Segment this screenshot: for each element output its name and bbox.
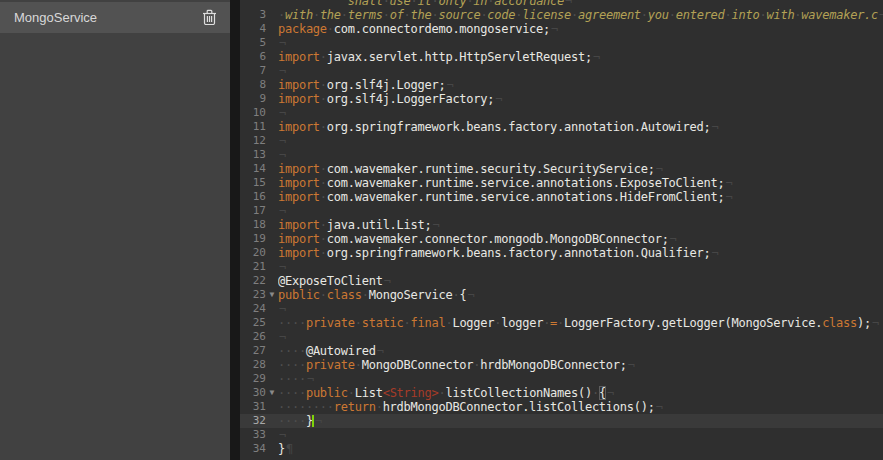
line-number-gutter: 11 — [240, 120, 278, 134]
code-text: import·javax.servlet.http.HttpServletReq… — [278, 50, 883, 64]
line-number: 14 — [240, 162, 266, 176]
fold-spacer — [266, 50, 278, 64]
fold-spacer — [266, 36, 278, 50]
code-line: 10¬ — [240, 106, 883, 120]
line-number-gutter: 14 — [240, 162, 278, 176]
line-number-gutter: 30▼ — [240, 386, 278, 400]
code-text: ¬ — [278, 148, 883, 162]
delete-service-button[interactable] — [198, 7, 220, 29]
code-text: import·org.springframework.beans.factory… — [278, 246, 883, 260]
sidebar-editor-divider[interactable] — [230, 0, 240, 460]
line-number: 21 — [240, 260, 266, 274]
line-number-gutter: 34 — [240, 442, 278, 456]
fold-spacer — [266, 246, 278, 260]
fold-spacer — [266, 92, 278, 106]
fold-spacer — [266, 442, 278, 456]
line-number: 17 — [240, 204, 266, 218]
line-number: 13 — [240, 148, 266, 162]
code-line: 23▼public·class·MongoService·{¬ — [240, 288, 883, 302]
fold-spacer — [266, 316, 278, 330]
code-text: import·org.slf4j.LoggerFactory;¬ — [278, 92, 883, 106]
code-line: 24¬ — [240, 302, 883, 316]
line-number: 20 — [240, 246, 266, 260]
line-number-gutter: 26 — [240, 330, 278, 344]
line-number-gutter: 21 — [240, 260, 278, 274]
fold-spacer — [266, 260, 278, 274]
code-text: import·com.wavemaker.runtime.service.ann… — [278, 176, 883, 190]
code-text: ¬ — [278, 204, 883, 218]
code-line: 16import·com.wavemaker.runtime.service.a… — [240, 190, 883, 204]
code-text: ¬ — [278, 330, 883, 344]
code-text: ¬ — [278, 260, 883, 274]
fold-spacer — [266, 302, 278, 316]
code-text: ¬ — [278, 64, 883, 78]
line-number-gutter: 12 — [240, 134, 278, 148]
fold-spacer — [266, 372, 278, 386]
line-number-gutter: 31 — [240, 400, 278, 414]
fold-spacer — [266, 330, 278, 344]
code-text: package·com.connectordemo.mongoservice;¬ — [278, 22, 883, 36]
code-editor[interactable]: shall·use·it·only·in·accordance¬3·with·t… — [240, 0, 883, 460]
line-number-gutter: 10 — [240, 106, 278, 120]
fold-spacer — [266, 106, 278, 120]
line-number: 18 — [240, 218, 266, 232]
fold-toggle-icon[interactable]: ▼ — [266, 386, 278, 400]
line-number: 15 — [240, 176, 266, 190]
code-text: public·class·MongoService·{¬ — [278, 288, 883, 302]
code-line: 32····}¬ — [240, 414, 883, 428]
line-number: 6 — [240, 50, 266, 64]
code-line: 29····¬ — [240, 372, 883, 386]
fold-spacer — [266, 134, 278, 148]
code-line: 15import·com.wavemaker.runtime.service.a… — [240, 176, 883, 190]
fold-spacer — [266, 162, 278, 176]
line-number-gutter: 29 — [240, 372, 278, 386]
code-line: 21¬ — [240, 260, 883, 274]
line-number: 32 — [240, 414, 266, 428]
line-number: 7 — [240, 64, 266, 78]
code-text: ¬ — [278, 428, 883, 442]
code-line: 28····private·MongoDBConnector·hrdbMongo… — [240, 358, 883, 372]
line-number: 31 — [240, 400, 266, 414]
code-text: import·java.util.List;¬ — [278, 218, 883, 232]
code-line: 33¬ — [240, 428, 883, 442]
fold-spacer — [266, 218, 278, 232]
line-number-gutter: 5 — [240, 36, 278, 50]
fold-spacer — [266, 274, 278, 288]
fold-spacer — [266, 176, 278, 190]
line-number-gutter: 33 — [240, 428, 278, 442]
line-number-gutter: 13 — [240, 148, 278, 162]
code-text: }¶ — [278, 442, 883, 456]
code-line: 11import·org.springframework.beans.facto… — [240, 120, 883, 134]
code-line: 31········return·hrdbMongoDBConnector.li… — [240, 400, 883, 414]
sidebar-item-mongoservice[interactable]: MongoService — [0, 2, 230, 33]
code-line: 19import·com.wavemaker.connector.mongodb… — [240, 232, 883, 246]
line-number-gutter: 16 — [240, 190, 278, 204]
line-number: 12 — [240, 134, 266, 148]
line-number-gutter: 17 — [240, 204, 278, 218]
code-line: 9import·org.slf4j.LoggerFactory;¬ — [240, 92, 883, 106]
line-number-gutter — [240, 0, 278, 8]
code-text: ¬ — [278, 36, 883, 50]
line-number — [240, 0, 266, 8]
code-line: 17¬ — [240, 204, 883, 218]
line-number-gutter: 32 — [240, 414, 278, 428]
line-number-gutter: 25 — [240, 316, 278, 330]
code-line: 25····private·static·final·Logger·logger… — [240, 316, 883, 330]
code-text: ········return·hrdbMongoDBConnector.list… — [278, 400, 883, 414]
line-number: 25 — [240, 316, 266, 330]
line-number: 27 — [240, 344, 266, 358]
line-number-gutter: 20 — [240, 246, 278, 260]
fold-spacer — [266, 400, 278, 414]
line-number-gutter: 9 — [240, 92, 278, 106]
fold-spacer — [266, 344, 278, 358]
code-text: import·org.springframework.beans.factory… — [278, 120, 883, 134]
line-number: 19 — [240, 232, 266, 246]
code-line: 7¬ — [240, 64, 883, 78]
code-text: ¬ — [278, 134, 883, 148]
code-line: 18import·java.util.List;¬ — [240, 218, 883, 232]
fold-toggle-icon[interactable]: ▼ — [266, 288, 278, 302]
line-number: 3 — [240, 8, 266, 22]
code-text: ····¬ — [278, 372, 883, 386]
fold-spacer — [266, 22, 278, 36]
code-text: ····public·List<String>·listCollectionNa… — [278, 386, 883, 400]
